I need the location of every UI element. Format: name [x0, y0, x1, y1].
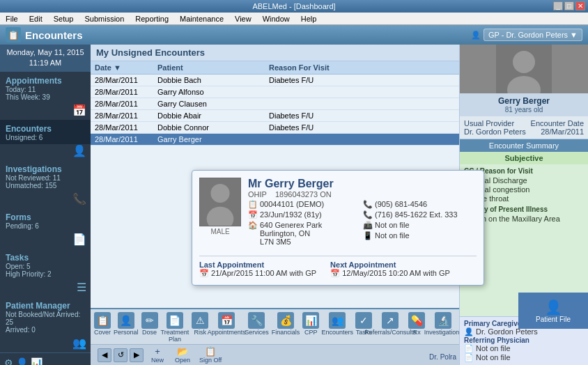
- patient-meta: Usual Provider Encounter Date Dr. Gordon…: [460, 116, 588, 139]
- sidebar-item-tasks[interactable]: Tasks Open: 5 High Priority: 2: [0, 249, 91, 281]
- title-bar: ABELMed - [Dashboard] _ □ ✕: [0, 0, 588, 13]
- minimize-button[interactable]: _: [553, 1, 563, 10]
- col-header-patient[interactable]: Patient: [157, 63, 269, 72]
- cell-reason: Diabetes F/U: [269, 76, 455, 84]
- table-row[interactable]: 28/Mar/2011 Garry Alfonso: [91, 86, 459, 98]
- table-row[interactable]: 28/Mar/2011 Dobbie Connor Diabetes F/U: [91, 122, 459, 134]
- menu-view[interactable]: View: [232, 14, 254, 24]
- patient-file-label: Patient File: [536, 316, 571, 323]
- encounters-icon: 📋: [6, 27, 21, 42]
- refresh-button[interactable]: ↺: [114, 348, 127, 362]
- encounter-summary-button[interactable]: Encounter Summary: [460, 139, 588, 152]
- col-header-date[interactable]: Date ▼: [95, 63, 157, 72]
- sidebar-item-patient-manager[interactable]: Patient Manager Not Booked/Not Arrived: …: [0, 297, 91, 336]
- table-row[interactable]: 28/Mar/2011 Garry Clausen: [91, 98, 459, 110]
- gp-selector[interactable]: GP - Dr. Gordon Peters ▼: [483, 29, 582, 41]
- table-header: Date ▼ Patient Reason For Visit: [91, 61, 459, 75]
- phone4-icon: 📱: [363, 231, 373, 240]
- cell-reason: [269, 135, 455, 143]
- ref2-icon: 📄: [464, 353, 474, 362]
- ext: Ext. 333: [429, 210, 457, 219]
- dr-footer: Dr. Polra: [426, 352, 459, 362]
- menu-submission[interactable]: Submission: [82, 14, 127, 24]
- open-button[interactable]: 📂 Open: [171, 345, 194, 365]
- close-button[interactable]: ✕: [575, 1, 585, 10]
- phone3-icon: 📠: [363, 221, 373, 230]
- sidebar-item-encounters[interactable]: Encounters Unsigned: 6: [0, 120, 91, 144]
- toolbar-appointments[interactable]: 📅 Appointments: [210, 311, 242, 344]
- ohip-label: OHIP: [248, 190, 267, 199]
- tasks-icon: ☰: [77, 281, 86, 294]
- new-button[interactable]: + New: [146, 345, 169, 365]
- toolbar-treatment[interactable]: 📄 Treatment Plan: [160, 311, 190, 344]
- usual-provider-label: Usual Provider: [464, 119, 514, 127]
- toolbar-cpp[interactable]: 📊 CPP: [302, 311, 320, 344]
- referring-physician-title: Referring Physician: [464, 336, 584, 344]
- encounters-sidebar-icon: 👤: [72, 144, 86, 157]
- table-row-selected[interactable]: 28/Mar/2011 Garry Berger: [91, 134, 459, 146]
- sidebar-item-investigations[interactable]: Investigations Not Reviewed: 11 Unmatche…: [0, 160, 91, 192]
- stats-icon[interactable]: 📊: [31, 357, 42, 365]
- sidebar: Monday, May 11, 2015 11:19 AM Appointmen…: [0, 45, 91, 365]
- investigations-icon: 📞: [72, 192, 86, 205]
- menu-help[interactable]: Help: [298, 14, 320, 24]
- phone1: (905) 681-4546: [375, 200, 427, 208]
- patient-age: 81 years old: [464, 106, 584, 114]
- toolbar-encounters[interactable]: 👥 Encounters: [321, 311, 353, 344]
- back-button[interactable]: ◀: [98, 348, 111, 362]
- cpp-icon: 📊: [302, 312, 319, 329]
- dob-icon: 📅: [248, 210, 258, 219]
- col-header-reason[interactable]: Reason For Visit: [269, 63, 455, 72]
- sidebar-item-forms[interactable]: Forms Pending: 6: [0, 208, 91, 233]
- user-icon[interactable]: 👤: [16, 357, 28, 365]
- patient-popup: MALE Mr Gerry Berger OHIP 1896043273 ON …: [192, 170, 484, 286]
- open-icon: 📂: [177, 346, 188, 357]
- dose-icon: ✏: [141, 312, 158, 329]
- cell-date: 28/Mar/2011: [95, 111, 157, 120]
- cell-patient: Garry Clausen: [157, 100, 269, 108]
- toolbar-rx[interactable]: 💊 Rx: [408, 311, 426, 344]
- menu-window[interactable]: Window: [260, 14, 293, 24]
- menu-maintenance[interactable]: Maintenance: [177, 14, 226, 24]
- toolbar-dose[interactable]: ✏ Dose: [141, 311, 159, 344]
- usual-provider-value: Dr. Gordon Peters: [464, 127, 526, 136]
- menu-reporting[interactable]: Reporting: [132, 14, 171, 24]
- toolbar-financials[interactable]: 💰 Financials: [271, 311, 301, 344]
- action-bar: ◀ ↺ ▶ + New 📂 Open 📋 Sign Off: [91, 344, 459, 365]
- menu-file[interactable]: File: [3, 14, 21, 24]
- apt-icon: 📅: [218, 312, 235, 329]
- referrals-icon: ↗: [382, 312, 399, 329]
- toolbar-referrals[interactable]: ↗ Referrals/Consults: [374, 311, 406, 344]
- toolbar-services[interactable]: 🔧 Services: [244, 311, 270, 344]
- subjective-tab[interactable]: Subjective: [460, 152, 588, 164]
- cell-reason: Diabetes F/U: [269, 123, 455, 132]
- table-row[interactable]: 28/Mar/2011 Dobbie Abair Diabetes F/U: [91, 110, 459, 122]
- forward-button[interactable]: ▶: [130, 348, 144, 362]
- patient-file-button[interactable]: 👤 Patient File: [518, 293, 588, 329]
- toolbar-cover[interactable]: 📋 Cover: [93, 311, 111, 344]
- menu-edit[interactable]: Edit: [26, 14, 45, 24]
- sidebar-date: Monday, May 11, 2015 11:19 AM: [0, 45, 91, 72]
- popup-photo: [199, 178, 241, 226]
- maximize-button[interactable]: □: [564, 1, 574, 10]
- patient-manager-icon: 👥: [72, 336, 86, 350]
- toolbar-tasks[interactable]: ✓ Tasks: [355, 311, 373, 344]
- sign-off-button[interactable]: 📋 Sign Off: [196, 345, 224, 365]
- cell-date: 28/Mar/2011: [95, 88, 157, 96]
- table-row[interactable]: 28/Mar/2011 Dobbie Bach Diabetes F/U: [91, 75, 459, 86]
- phone1-icon: 📞: [363, 200, 373, 209]
- chart-num: 00044101: [260, 200, 294, 208]
- tasks-icon-b: ✓: [355, 312, 372, 329]
- cell-date: 28/Mar/2011: [95, 135, 157, 143]
- menu-setup[interactable]: Setup: [51, 14, 77, 24]
- last-apt-icon: 📅: [199, 269, 209, 277]
- new-icon: +: [155, 346, 160, 357]
- toolbar-risk[interactable]: ⚠ Risk: [191, 311, 209, 344]
- bottom-toolbar: 📋 Cover 👤 Personal ✏ Dose 📄 Treatment Pl…: [91, 309, 459, 344]
- risk-icon: ⚠: [192, 312, 208, 329]
- sidebar-item-appointments[interactable]: Appointments Today: 11 This Week: 39: [0, 72, 91, 104]
- toolbar-investigations[interactable]: 🔬 Investigations: [427, 311, 459, 344]
- toolbar-personal[interactable]: 👤 Personal: [113, 311, 139, 344]
- patient-file-icon: 👤: [545, 299, 562, 316]
- settings-icon[interactable]: ⚙: [4, 357, 13, 365]
